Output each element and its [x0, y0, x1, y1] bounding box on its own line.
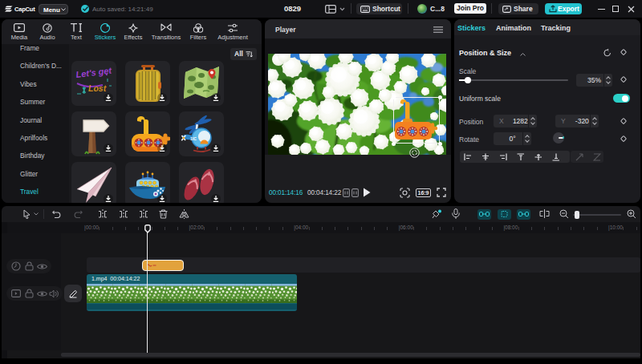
svg-text:Lost: Lost: [88, 83, 107, 93]
svg-text:Let's get: Let's get: [75, 65, 113, 79]
svg-text:1lC: 1lC: [190, 136, 197, 141]
